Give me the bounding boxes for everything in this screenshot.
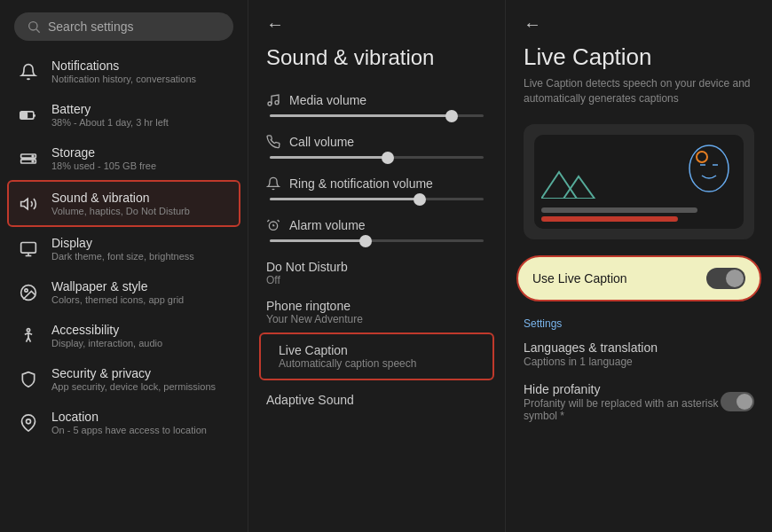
svg-point-23	[689, 145, 729, 192]
storage-icon	[18, 148, 39, 169]
wallpaper-icon	[18, 282, 39, 303]
sidebar-item-storage[interactable]: Storage 18% used - 105 GB free	[4, 137, 244, 180]
toggle-knob	[726, 270, 744, 287]
alarm-volume-slider[interactable]	[270, 239, 484, 242]
battery-subtitle: 38% - About 1 day, 3 hr left	[51, 117, 169, 128]
security-title: Security & privacy	[51, 366, 216, 380]
live-caption-item[interactable]: Live Caption Automatically caption speec…	[259, 332, 494, 380]
svg-line-19	[267, 220, 269, 222]
face-sketch-graphic	[684, 144, 733, 205]
use-live-caption-row[interactable]: Use Live Caption	[516, 255, 761, 301]
media-volume-slider[interactable]	[270, 114, 484, 117]
sidebar-item-display[interactable]: Display Dark theme, font size, brightnes…	[4, 227, 244, 270]
svg-point-15	[27, 419, 31, 423]
right-back-button[interactable]: ←	[524, 14, 541, 34]
wallpaper-text: Wallpaper & style Colors, themed icons, …	[51, 279, 184, 305]
svg-marker-22	[563, 176, 595, 199]
preview-inner	[534, 135, 744, 229]
notifications-title: Notifications	[51, 59, 196, 73]
settings-section-label: Settings	[506, 310, 772, 333]
search-placeholder: Search settings	[48, 20, 134, 34]
call-volume-label: Call volume	[266, 135, 487, 149]
hide-profanity-toggle[interactable]	[721, 392, 754, 411]
svg-point-6	[32, 155, 34, 157]
live-caption-preview	[524, 124, 754, 239]
notifications-subtitle: Notification history, conversations	[51, 74, 196, 84]
svg-point-17	[275, 101, 279, 105]
alarm-icon	[266, 218, 280, 232]
media-volume-label: Media volume	[266, 93, 487, 107]
svg-line-20	[278, 220, 280, 222]
right-panel-header: ←	[506, 0, 772, 38]
bell-icon	[18, 61, 39, 82]
svg-point-0	[29, 22, 37, 30]
sidebar-item-security[interactable]: Security & privacy App security, device …	[4, 357, 244, 401]
battery-title: Battery	[51, 102, 169, 116]
storage-subtitle: 18% used - 105 GB free	[51, 160, 156, 171]
languages-item[interactable]: Languages & translation Captions in 1 la…	[506, 333, 772, 375]
use-live-caption-label: Use Live Caption	[532, 271, 627, 286]
mountains-graphic	[541, 159, 603, 202]
music-note-icon	[266, 93, 280, 107]
location-subtitle: On - 5 apps have access to location	[51, 425, 207, 435]
battery-text: Battery 38% - About 1 day, 3 hr left	[51, 102, 169, 128]
svg-point-16	[268, 102, 272, 106]
live-caption-description: Live Caption detects speech on your devi…	[506, 76, 772, 117]
storage-text: Storage 18% used - 105 GB free	[51, 145, 156, 171]
hide-profanity-texts: Hide profanity Profanity will be replace…	[524, 382, 721, 422]
sound-icon	[18, 193, 39, 215]
svg-rect-9	[21, 242, 36, 253]
ring-volume-item: Ring & notification volume	[248, 168, 505, 209]
middle-sound-vibration-panel: ← Sound & vibration Media volume Call vo…	[248, 0, 506, 532]
adaptive-sound-label: Adaptive Sound	[266, 393, 487, 407]
adaptive-sound-item[interactable]: Adaptive Sound	[248, 384, 505, 416]
location-text: Location On - 5 apps have access to loca…	[51, 410, 207, 435]
media-volume-item: Media volume	[248, 84, 505, 126]
call-volume-slider[interactable]	[270, 156, 484, 159]
accessibility-icon	[18, 325, 39, 347]
do-not-disturb-item[interactable]: Do Not Disturb Off	[248, 251, 505, 290]
wallpaper-title: Wallpaper & style	[51, 279, 184, 293]
call-volume-item: Call volume	[248, 126, 505, 168]
sidebar-item-wallpaper[interactable]: Wallpaper & style Colors, themed icons, …	[4, 270, 244, 314]
display-icon	[18, 239, 39, 260]
battery-icon	[18, 105, 39, 126]
small-toggle-knob	[737, 394, 752, 410]
settings-list: Notifications Notification history, conv…	[0, 50, 248, 532]
accessibility-subtitle: Display, interaction, audio	[51, 338, 162, 348]
accessibility-title: Accessibility	[51, 323, 162, 337]
languages-subtitle: Captions in 1 language	[524, 356, 754, 368]
phone-ringtone-label: Phone ringtone	[266, 299, 487, 313]
do-not-disturb-value: Off	[266, 274, 487, 286]
hide-profanity-row[interactable]: Hide profanity Profanity will be replace…	[506, 375, 772, 429]
middle-panel-header: ←	[248, 0, 505, 38]
sidebar-item-notifications[interactable]: Notifications Notification history, conv…	[4, 50, 244, 93]
security-subtitle: App security, device lock, permissions	[51, 381, 216, 392]
sidebar-item-accessibility[interactable]: Accessibility Display, interaction, audi…	[4, 314, 244, 357]
security-icon	[18, 369, 39, 390]
svg-rect-3	[21, 112, 28, 118]
sidebar-item-location[interactable]: Location On - 5 apps have access to loca…	[4, 401, 244, 444]
display-subtitle: Dark theme, font size, brightness	[51, 251, 194, 262]
accessibility-text: Accessibility Display, interaction, audi…	[51, 323, 162, 348]
sound-vibration-subtitle: Volume, haptics, Do Not Disturb	[51, 206, 190, 216]
sound-vibration-text: Sound & vibration Volume, haptics, Do No…	[51, 191, 190, 216]
hide-profanity-subtitle: Profanity will be replaced with an aster…	[524, 397, 721, 422]
security-text: Security & privacy App security, device …	[51, 366, 216, 392]
sound-vibration-title: Sound & vibration	[248, 38, 505, 84]
svg-point-13	[25, 288, 28, 291]
svg-point-7	[32, 160, 34, 162]
search-bar[interactable]: Search settings	[14, 12, 233, 41]
sidebar-item-battery[interactable]: Battery 38% - About 1 day, 3 hr left	[4, 93, 244, 137]
search-icon	[27, 20, 41, 34]
live-caption-label: Live Caption	[279, 343, 475, 357]
languages-title: Languages & translation	[524, 340, 754, 355]
live-caption-page-title: Live Caption	[506, 38, 772, 76]
back-button[interactable]: ←	[266, 14, 284, 35]
sound-vibration-title: Sound & vibration	[51, 191, 190, 205]
sidebar-item-sound-vibration[interactable]: Sound & vibration Volume, haptics, Do No…	[7, 180, 240, 227]
phone-ringtone-item[interactable]: Phone ringtone Your New Adventure	[248, 290, 505, 329]
caption-bar-gray	[541, 207, 697, 213]
ring-volume-slider[interactable]	[270, 198, 484, 200]
live-caption-toggle[interactable]	[706, 268, 745, 289]
